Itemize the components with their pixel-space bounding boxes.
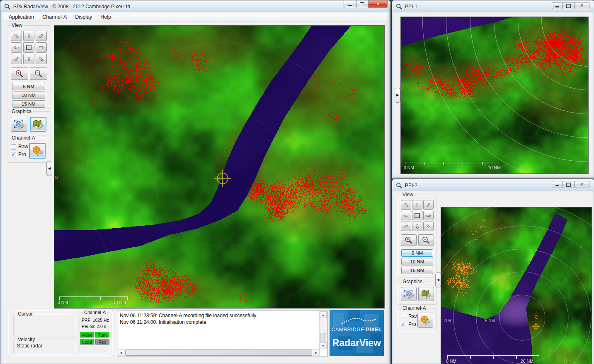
prf-value: PRF: 1025 Hz: [82, 318, 109, 323]
scale-end-label: 20 NM: [521, 359, 533, 364]
graphics-config-button[interactable]: [11, 117, 27, 132]
zoom-in-button[interactable]: [401, 234, 417, 246]
pan-up-right-button[interactable]: ⇧: [423, 200, 434, 210]
pan-center-button[interactable]: [412, 211, 422, 220]
log-horizontal-scrollbar[interactable]: ◀ ▶: [118, 349, 320, 356]
maximize-icon: [566, 4, 571, 8]
arrow-up-left-icon: ⇧: [12, 32, 21, 40]
scroll-right-button[interactable]: ▶: [313, 349, 320, 356]
log-vertical-scrollbar[interactable]: ▲ ▼: [319, 311, 327, 349]
log-area[interactable]: Nov 06 11:23:59: Channel-A recording fil…: [117, 311, 327, 357]
channel-a-group: Channel-A Raw Pro: [398, 308, 437, 332]
scroll-down-button[interactable]: ▼: [320, 342, 327, 349]
ppi1-titlebar[interactable]: PPI-1 ✕: [392, 0, 594, 12]
radar-display-ppi2[interactable]: 0 NM 20 NM NM 5 NM: [441, 207, 592, 364]
range-5nm-button[interactable]: 5 NM: [401, 249, 433, 257]
pan-down-left-button[interactable]: ⇧: [401, 222, 411, 231]
map-overlay-button[interactable]: [418, 287, 434, 301]
radar-display-main[interactable]: 0 NM 10 NM M: [54, 25, 385, 309]
collapse-left-icon: ◀: [48, 167, 51, 170]
minimize-button[interactable]: [552, 181, 563, 188]
menu-display[interactable]: Display: [71, 13, 96, 21]
pro-checkbox-row: Pro: [401, 321, 416, 327]
menu-help[interactable]: Help: [96, 13, 115, 21]
arrow-left-icon: ⇧: [13, 45, 19, 50]
pan-up-button[interactable]: ⇧: [23, 31, 34, 41]
channel-a-source-button[interactable]: [417, 313, 433, 328]
pan-up-left-button[interactable]: ⇧: [11, 31, 22, 41]
ppi2-titlebar[interactable]: PPI-2 ✕: [392, 179, 594, 191]
channel-a-source-button[interactable]: [29, 143, 46, 159]
minimize-button[interactable]: [344, 0, 356, 8]
pan-up-button[interactable]: ⇧: [412, 200, 422, 210]
maximize-button[interactable]: [563, 181, 574, 188]
arrow-down-right-icon: ⇧: [37, 55, 46, 63]
pan-up-left-button[interactable]: ⇧: [401, 200, 411, 210]
ppi1-expand-handle[interactable]: ▶: [395, 88, 400, 103]
channel-a-group: Channel-A Raw Pro: [7, 138, 51, 163]
ppi2-window: PPI-2 ✕ View ⇧ ⇧ ⇧ ⇧ ⇧ ⇧ ⇧ ⇧: [392, 179, 594, 364]
scale-start-label: 0 NM: [446, 359, 456, 364]
pan-down-right-button[interactable]: ⇧: [423, 222, 434, 231]
maximize-button[interactable]: [356, 0, 368, 8]
expand-right-icon: ▶: [396, 94, 399, 97]
zoom-out-button[interactable]: [418, 234, 434, 246]
maximize-button[interactable]: [563, 2, 574, 9]
pan-up-right-button[interactable]: ⇧: [36, 31, 47, 41]
view-group-label: View: [401, 192, 415, 198]
range-scale-bar: [405, 162, 501, 165]
range-15nm-button[interactable]: 15 NM: [12, 100, 45, 108]
range-15nm-button[interactable]: 15 NM: [401, 267, 433, 274]
raw-checkbox[interactable]: [11, 144, 16, 149]
velocity-value: Static radar: [17, 343, 42, 349]
zoom-in-icon: [404, 236, 413, 244]
pro-checkbox[interactable]: [401, 322, 406, 327]
main-titlebar[interactable]: SPx RadarView - © 2008 - 2012 Cambridge …: [0, 0, 390, 12]
range-10nm-button[interactable]: 10 NM: [401, 258, 433, 265]
horizontal-scroll-thumb[interactable]: [125, 350, 312, 356]
range-5nm-button[interactable]: 5 NM: [12, 83, 45, 90]
menu-bar: Application Channel-A Display Help: [2, 12, 389, 22]
pan-left-button[interactable]: ⇧: [401, 211, 411, 220]
radar-canvas-main[interactable]: [54, 26, 384, 308]
radar-canvas-ppi2[interactable]: [441, 207, 592, 364]
pro-label: Pro: [18, 152, 26, 157]
pro-checkbox[interactable]: [11, 152, 16, 157]
pan-left-button[interactable]: ⇧: [11, 42, 22, 53]
scroll-up-button[interactable]: ▲: [320, 311, 327, 318]
close-button[interactable]: ✕: [574, 181, 589, 188]
pan-right-button[interactable]: ⇧: [36, 42, 47, 53]
zoom-out-button[interactable]: [30, 67, 47, 80]
radar-display-ppi1[interactable]: 0 NM 10 NM: [400, 17, 589, 174]
menu-channel-a[interactable]: Channel-A: [38, 13, 71, 21]
graphics-config-button[interactable]: [401, 287, 417, 301]
minimize-button[interactable]: [552, 2, 563, 9]
logo-brand: CAMBRIDGE PIXEL: [330, 327, 384, 333]
scroll-left-button[interactable]: ◀: [118, 349, 124, 356]
arrow-left-icon: ⇧: [403, 213, 409, 218]
arrow-down-icon: ⇧: [415, 224, 420, 229]
period-value: Period: 2.0 s: [82, 324, 106, 329]
pan-down-button[interactable]: ⇧: [23, 54, 34, 64]
close-button[interactable]: ✕: [368, 0, 388, 8]
sidebar-collapse-handle[interactable]: ◀: [46, 161, 52, 176]
collapse-left-icon: ◀: [437, 278, 439, 282]
raw-checkbox[interactable]: [401, 314, 406, 319]
radar-canvas-ppi1[interactable]: [401, 17, 588, 174]
channel-a-group-label: Channel-A: [401, 305, 427, 311]
map-overlay-button[interactable]: [30, 117, 46, 132]
pan-down-left-button[interactable]: ⇧: [11, 54, 22, 64]
ppi2-sidebar-collapse-handle[interactable]: ◀: [435, 272, 441, 287]
scale-end-label: 10 NM: [113, 300, 126, 305]
pan-down-right-button[interactable]: ⇧: [36, 54, 47, 64]
close-button[interactable]: ✕: [574, 2, 589, 9]
zoom-in-button[interactable]: [11, 67, 28, 80]
ppi2-client: View ⇧ ⇧ ⇧ ⇧ ⇧ ⇧ ⇧ ⇧ 5 NM 10 NM 15 NM: [394, 191, 593, 363]
pan-down-button[interactable]: ⇧: [412, 222, 422, 231]
arrow-down-left-icon: ⇧: [12, 55, 21, 63]
pan-right-button[interactable]: ⇧: [423, 211, 434, 220]
range-10nm-button[interactable]: 10 NM: [12, 92, 45, 99]
menu-application[interactable]: Application: [5, 13, 38, 21]
pan-center-button[interactable]: [23, 42, 34, 53]
app-icon: [396, 3, 402, 10]
